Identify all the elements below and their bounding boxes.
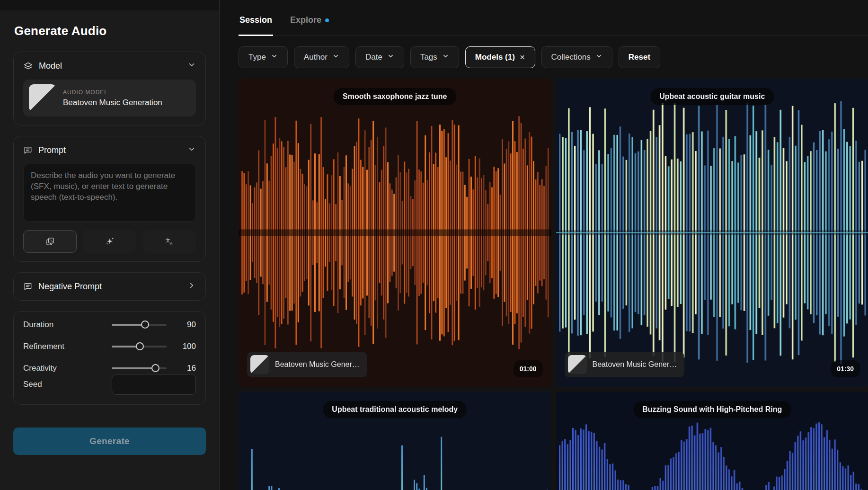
model-section-title: Model: [39, 61, 182, 71]
filter-bar: Type Author Date Tags Models (1) ✕ Colle…: [239, 46, 868, 68]
filter-pill-author[interactable]: Author: [294, 46, 349, 68]
param-row: Creativity 16: [23, 364, 196, 373]
random-prompt-button[interactable]: [23, 230, 77, 253]
dice-icon: [45, 237, 55, 246]
chevron-down-icon: [595, 53, 602, 62]
card-model-badge[interactable]: Beatoven Music Gener…: [565, 352, 685, 377]
chevron-down-icon: [332, 53, 339, 62]
generate-button[interactable]: Generate: [13, 428, 206, 455]
card-model-badge[interactable]: Beatoven Music Gener…: [247, 352, 367, 377]
translate-button[interactable]: 文A: [142, 230, 196, 253]
close-icon[interactable]: ✕: [520, 53, 525, 61]
filter-pill-reset[interactable]: Reset: [619, 46, 660, 68]
prompt-tools: 文A: [23, 230, 196, 253]
slider-knob[interactable]: [151, 364, 159, 372]
sidebar-panel: Generate Audio Model AUDIO MODEL Beatov: [0, 10, 219, 490]
message-icon: [23, 145, 33, 155]
filter-pill-type[interactable]: Type: [239, 46, 288, 68]
waveform: [239, 79, 551, 387]
param-label: Refinement: [23, 342, 112, 351]
seed-label: Seed: [23, 380, 112, 389]
chevron-right-icon: [187, 281, 196, 292]
param-slider[interactable]: [112, 364, 167, 373]
param-label: Creativity: [23, 364, 112, 373]
card-title: Buzzing Sound with High-Pitched Ring: [633, 401, 791, 418]
param-row: Duration 90: [23, 320, 196, 330]
chevron-down-icon: [387, 53, 394, 62]
param-slider[interactable]: [112, 342, 167, 351]
negative-prompt-title: Negative Prompt: [38, 282, 182, 292]
slider-knob[interactable]: [141, 321, 149, 329]
filter-pill-date[interactable]: Date: [355, 46, 404, 68]
seed-input[interactable]: [112, 374, 196, 395]
param-value: 16: [174, 364, 196, 373]
audio-card[interactable]: Buzzing Sound with High-Pitched Ring: [556, 392, 868, 490]
tab-explore[interactable]: Explore: [289, 12, 330, 36]
audio-card[interactable]: Upbeat acoustic guitar music Beatoven Mu…: [556, 79, 868, 387]
filter-pill-tags[interactable]: Tags: [410, 46, 459, 68]
param-label: Duration: [23, 320, 112, 330]
chevron-down-icon: [442, 53, 449, 62]
card-model-name: Beatoven Music Gener…: [593, 360, 677, 369]
chevron-down-icon: [271, 53, 278, 62]
prompt-section-title: Prompt: [38, 145, 182, 155]
model-type-label: AUDIO MODEL: [63, 89, 162, 96]
sidebar-top-strip: [0, 0, 219, 10]
tab-session[interactable]: Session: [239, 12, 273, 36]
card-duration: 01:00: [514, 360, 543, 377]
seed-row: Seed: [23, 374, 196, 395]
message-icon: [23, 282, 33, 291]
param-value: 100: [174, 342, 196, 351]
translate-icon: 文A: [165, 237, 174, 246]
notification-dot: [325, 18, 329, 22]
selected-model-text: AUDIO MODEL Beatoven Music Generation: [63, 89, 162, 107]
sidebar: Generate Audio Model AUDIO MODEL Beatov: [0, 0, 220, 490]
chevron-down-icon: [187, 145, 196, 155]
slider-knob[interactable]: [136, 342, 144, 350]
model-logo: [250, 355, 269, 374]
model-logo: [29, 84, 56, 112]
svg-text:A: A: [169, 241, 173, 246]
model-logo: [568, 355, 587, 374]
card-title: Upbeat traditional acoustic melody: [323, 401, 467, 418]
results-grid: Smooth saxophone jazz tune Beatoven Musi…: [239, 79, 868, 490]
app-root: Generate Audio Model AUDIO MODEL Beatov: [0, 0, 868, 490]
chevron-down-icon: [187, 61, 196, 71]
sliders: Duration 90 Refinement 100 Creativity 16: [23, 320, 196, 373]
param-value: 90: [174, 320, 196, 330]
card-title: Smooth saxophone jazz tune: [334, 88, 456, 105]
card-duration: 01:30: [831, 360, 860, 377]
prompt-section-header[interactable]: Prompt: [23, 145, 196, 155]
filter-pill-collections[interactable]: Collections: [541, 46, 612, 68]
prompt-section: Prompt: [13, 136, 206, 262]
prompt-input[interactable]: [23, 164, 196, 222]
negative-prompt-section: Negative Prompt: [13, 272, 206, 301]
filter-pill-models-1-[interactable]: Models (1) ✕: [465, 46, 535, 68]
model-name: Beatoven Music Generation: [63, 98, 162, 107]
negative-prompt-header[interactable]: Negative Prompt: [23, 281, 196, 292]
audio-card[interactable]: Upbeat traditional acoustic melody: [239, 392, 551, 490]
tabs: Session Explore: [239, 12, 868, 36]
param-row: Refinement 100: [23, 342, 196, 351]
sparkles-icon: [105, 237, 115, 246]
selected-model[interactable]: AUDIO MODEL Beatoven Music Generation: [23, 80, 196, 116]
layers-icon: [23, 61, 33, 71]
model-section: Model AUDIO MODEL Beatoven Music Generat…: [13, 52, 206, 125]
card-model-name: Beatoven Music Gener…: [275, 360, 360, 369]
page-title: Generate Audio: [14, 24, 206, 38]
card-title: Upbeat acoustic guitar music: [650, 88, 774, 105]
model-section-header[interactable]: Model: [23, 61, 196, 71]
enhance-prompt-button[interactable]: [83, 230, 136, 253]
main-content: Session Explore Type Author Date Tags: [220, 0, 868, 490]
waveform: [556, 79, 868, 387]
audio-card[interactable]: Smooth saxophone jazz tune Beatoven Musi…: [239, 79, 551, 387]
params-section: Duration 90 Refinement 100 Creativity 16…: [13, 311, 206, 405]
param-slider[interactable]: [112, 321, 167, 329]
